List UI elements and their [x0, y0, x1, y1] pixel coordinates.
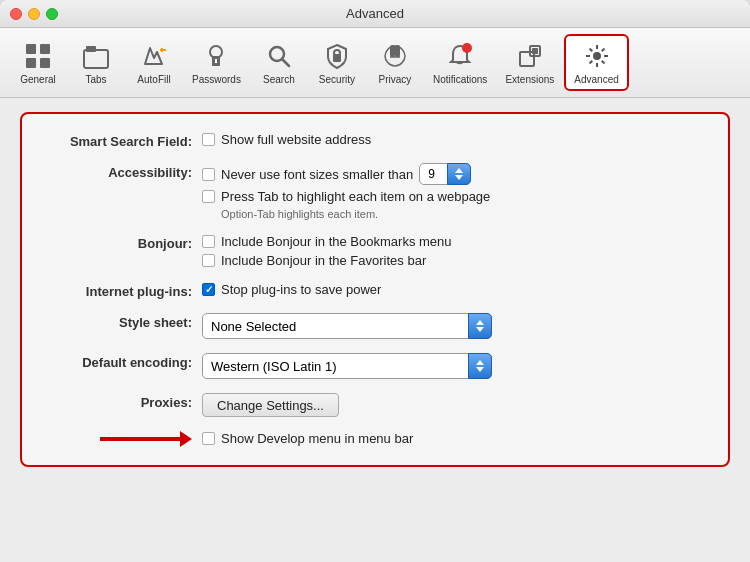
tabs-icon — [80, 40, 112, 72]
style-sheet-wrapper: None Selected Default Custom... — [202, 313, 492, 339]
svg-rect-3 — [40, 58, 50, 68]
svg-rect-0 — [26, 44, 36, 54]
safari-window: Advanced General Tabs — [0, 0, 750, 562]
window-title: Advanced — [346, 6, 404, 21]
svg-rect-20 — [532, 48, 538, 54]
toolbar-privacy[interactable]: Privacy — [367, 36, 423, 89]
extensions-label: Extensions — [505, 74, 554, 85]
svg-rect-2 — [26, 58, 36, 68]
show-full-address-row: Show full website address — [202, 132, 371, 147]
svg-line-28 — [601, 49, 604, 52]
notifications-icon — [444, 40, 476, 72]
proxies-controls: Change Settings... — [202, 393, 339, 417]
minimize-button[interactable] — [28, 8, 40, 20]
encoding-wrapper: Western (ISO Latin 1) Unicode (UTF-8) — [202, 353, 492, 379]
security-label: Security — [319, 74, 355, 85]
bonjour-favorites-checkbox[interactable] — [202, 254, 215, 267]
style-sheet-select[interactable]: None Selected Default Custom... — [202, 313, 492, 339]
toolbar-search[interactable]: Search — [251, 36, 307, 89]
maximize-button[interactable] — [46, 8, 58, 20]
develop-menu-checkbox[interactable] — [202, 432, 215, 445]
press-tab-checkbox[interactable] — [202, 190, 215, 203]
internet-plugins-controls: Stop plug-ins to save power — [202, 282, 381, 297]
style-sheet-controls: None Selected Default Custom... — [202, 313, 492, 339]
svg-rect-15 — [390, 45, 395, 57]
font-size-checkbox[interactable] — [202, 168, 215, 181]
style-sheet-row: Style sheet: None Selected Default Custo… — [42, 313, 708, 339]
svg-rect-4 — [84, 50, 108, 68]
title-bar: Advanced — [0, 0, 750, 28]
accessibility-label: Accessibility: — [42, 163, 202, 180]
encoding-select[interactable]: Western (ISO Latin 1) Unicode (UTF-8) — [202, 353, 492, 379]
toolbar-autofill[interactable]: AutoFill — [126, 36, 182, 89]
general-icon — [22, 40, 54, 72]
stop-plugins-label: Stop plug-ins to save power — [221, 282, 381, 297]
svg-line-29 — [589, 61, 592, 64]
change-settings-button[interactable]: Change Settings... — [202, 393, 339, 417]
show-full-address-label: Show full website address — [221, 132, 371, 147]
internet-plugins-label: Internet plug-ins: — [42, 282, 202, 299]
proxies-row: Proxies: Change Settings... — [42, 393, 708, 417]
proxies-label: Proxies: — [42, 393, 202, 410]
privacy-label: Privacy — [379, 74, 412, 85]
toolbar: General Tabs AutoFill — [0, 28, 750, 98]
toolbar-notifications[interactable]: Notifications — [425, 36, 495, 89]
traffic-lights — [10, 8, 58, 20]
press-tab-row: Press Tab to highlight each item on a we… — [202, 189, 490, 204]
extensions-icon — [514, 40, 546, 72]
bonjour-controls: Include Bonjour in the Bookmarks menu In… — [202, 234, 452, 268]
develop-menu-label: Show Develop menu in menu bar — [221, 431, 413, 446]
press-tab-label: Press Tab to highlight each item on a we… — [221, 189, 490, 204]
notifications-label: Notifications — [433, 74, 487, 85]
font-size-label: Never use font sizes smaller than — [221, 167, 413, 182]
toolbar-extensions[interactable]: Extensions — [497, 36, 562, 89]
advanced-label: Advanced — [574, 74, 618, 85]
svg-line-27 — [601, 61, 604, 64]
bonjour-label: Bonjour: — [42, 234, 202, 251]
privacy-icon — [379, 40, 411, 72]
passwords-icon — [200, 40, 232, 72]
font-size-row: Never use font sizes smaller than 9 10 1… — [202, 163, 490, 185]
bonjour-row: Bonjour: Include Bonjour in the Bookmark… — [42, 234, 708, 268]
settings-panel: Smart Search Field: Show full website ad… — [20, 112, 730, 467]
accessibility-hint: Option-Tab highlights each item. — [221, 208, 490, 220]
search-icon — [263, 40, 295, 72]
smart-search-label: Smart Search Field: — [42, 132, 202, 149]
toolbar-advanced[interactable]: Advanced — [564, 34, 628, 91]
svg-point-21 — [593, 52, 601, 60]
svg-rect-18 — [520, 52, 534, 66]
accessibility-controls: Never use font sizes smaller than 9 10 1… — [202, 163, 490, 220]
advanced-icon — [581, 40, 613, 72]
search-label: Search — [263, 74, 295, 85]
stop-plugins-row: Stop plug-ins to save power — [202, 282, 381, 297]
toolbar-tabs[interactable]: Tabs — [68, 36, 124, 89]
svg-rect-16 — [395, 45, 400, 57]
font-size-select-wrapper: 9 10 11 12 — [419, 163, 471, 185]
svg-rect-1 — [40, 44, 50, 54]
autofill-icon — [138, 40, 170, 72]
bonjour-favorites-label: Include Bonjour in the Favorites bar — [221, 253, 426, 268]
develop-menu-row: Show Develop menu in menu bar — [42, 431, 708, 447]
passwords-label: Passwords — [192, 74, 241, 85]
svg-rect-5 — [86, 46, 96, 52]
security-icon — [321, 40, 353, 72]
encoding-controls: Western (ISO Latin 1) Unicode (UTF-8) — [202, 353, 492, 379]
bonjour-bookmarks-row: Include Bonjour in the Bookmarks menu — [202, 234, 452, 249]
style-sheet-label: Style sheet: — [42, 313, 202, 330]
toolbar-security[interactable]: Security — [309, 36, 365, 89]
develop-menu-controls: Show Develop menu in menu bar — [202, 431, 413, 446]
bonjour-bookmarks-checkbox[interactable] — [202, 235, 215, 248]
bonjour-bookmarks-label: Include Bonjour in the Bookmarks menu — [221, 234, 452, 249]
toolbar-general[interactable]: General — [10, 36, 66, 89]
bonjour-favorites-row: Include Bonjour in the Favorites bar — [202, 253, 452, 268]
svg-line-12 — [282, 59, 289, 66]
autofill-label: AutoFill — [137, 74, 170, 85]
encoding-label: Default encoding: — [42, 353, 202, 370]
font-size-select[interactable]: 9 10 11 12 — [419, 163, 471, 185]
content-area: Smart Search Field: Show full website ad… — [0, 98, 750, 562]
smart-search-controls: Show full website address — [202, 132, 371, 147]
toolbar-passwords[interactable]: Passwords — [184, 36, 249, 89]
close-button[interactable] — [10, 8, 22, 20]
show-full-address-checkbox[interactable] — [202, 133, 215, 146]
stop-plugins-checkbox[interactable] — [202, 283, 215, 296]
